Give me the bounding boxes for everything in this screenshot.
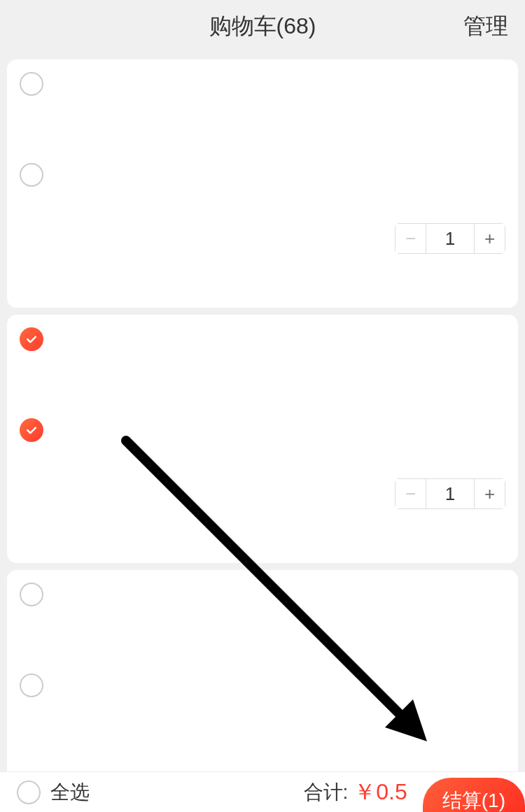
cart-item: − 1 +: [7, 355, 518, 523]
qty-plus-button[interactable]: +: [475, 478, 505, 509]
shop-checkbox[interactable]: [20, 327, 43, 351]
total-area: 合计: ￥0.5 结算(1): [304, 761, 526, 813]
total-label: 合计:: [304, 779, 349, 806]
select-all-label: 全选: [50, 779, 90, 806]
shop-header: [7, 315, 518, 355]
shop-card: − 1 +: [7, 59, 518, 308]
qty-minus-button[interactable]: −: [395, 223, 426, 254]
item-checkbox[interactable]: [20, 418, 43, 442]
quantity-stepper: − 1 +: [395, 478, 505, 509]
footer-bar: 全选 合计: ￥0.5 结算(1): [0, 771, 525, 812]
manage-button[interactable]: 管理: [463, 11, 508, 42]
total-amount: ￥0.5: [354, 777, 407, 808]
item-checkbox[interactable]: [20, 163, 43, 187]
header: 购物车(68) 管理: [0, 0, 525, 52]
item-checkbox[interactable]: [20, 674, 43, 697]
cart-list: − 1 + − 1 +: [0, 59, 525, 812]
quantity-stepper: − 1 +: [395, 223, 505, 254]
check-icon: [24, 423, 38, 437]
shop-checkbox[interactable]: [20, 583, 43, 606]
cart-item: [7, 611, 518, 778]
shop-card: − 1 +: [7, 315, 518, 563]
shop-checkbox[interactable]: [20, 72, 43, 96]
checkout-button[interactable]: 结算(1): [423, 778, 525, 813]
qty-value[interactable]: 1: [426, 478, 475, 509]
page-title: 购物车(68): [209, 11, 316, 42]
check-icon: [24, 332, 38, 346]
cart-item: − 1 +: [7, 100, 518, 268]
shop-header: [7, 59, 518, 100]
select-all-checkbox[interactable]: [17, 781, 41, 804]
shop-header: [7, 570, 518, 611]
qty-plus-button[interactable]: +: [475, 223, 505, 254]
qty-value[interactable]: 1: [426, 223, 475, 254]
qty-minus-button[interactable]: −: [395, 478, 426, 509]
